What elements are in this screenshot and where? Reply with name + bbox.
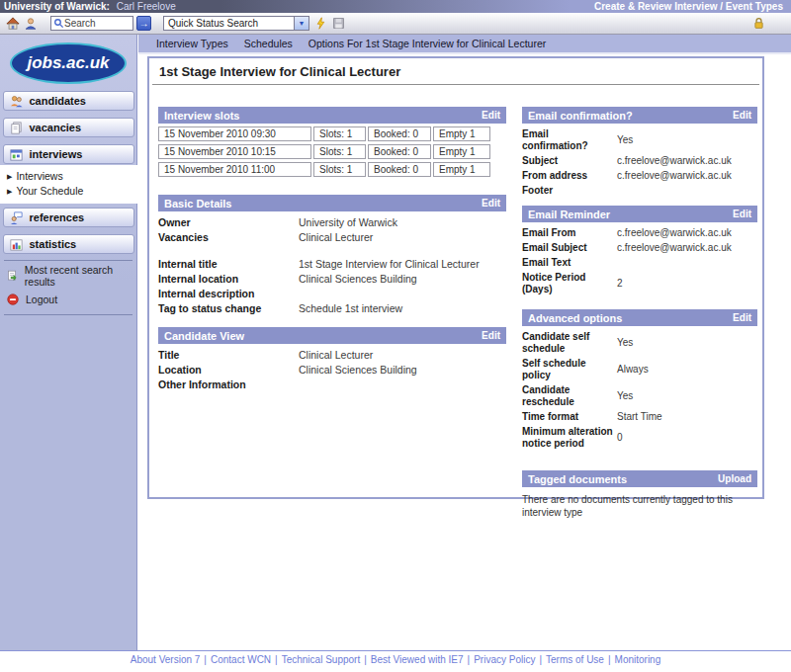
detail-row: Internal title1st Stage Interview for Cl… <box>158 258 506 270</box>
section-title: Tagged documents <box>528 473 627 485</box>
quick-status-search-select[interactable]: Quick Status Search ▼ <box>163 16 309 31</box>
lock-icon <box>751 16 766 31</box>
create-review-interview-link[interactable]: Create & Review Interview / Event Types <box>594 0 783 13</box>
section-title: Email Reminder <box>528 209 610 220</box>
section-advanced-options: Advanced options Edit Candidate self sch… <box>522 309 757 450</box>
sidebar-submenu: ▶ Interviews ▶ Your Schedule <box>0 165 137 204</box>
recent-search-icon <box>6 269 19 283</box>
detail-row: Footer <box>522 185 757 197</box>
triangle-right-icon: ▶ <box>7 184 12 199</box>
slot-datetime: 15 November 2010 09:30 <box>158 126 311 141</box>
footer-link-technical-support[interactable]: Technical Support <box>282 654 361 665</box>
subitem-label: Interviews <box>16 169 62 184</box>
section-tagged-documents: Tagged documents Upload There are no doc… <box>522 470 757 519</box>
slot-booked: Booked: 0 <box>368 126 431 141</box>
edit-email-reminder-link[interactable]: Edit <box>733 209 751 219</box>
section-email-reminder: Email Reminder Edit Email Fromc.freelove… <box>522 206 757 295</box>
content-panel: 1st Stage Interview for Clinical Lecture… <box>147 56 764 499</box>
section-title: Basic Details <box>164 198 231 210</box>
search-icon <box>53 18 64 29</box>
slot-count: Slots: 1 <box>313 144 366 159</box>
slot-count: Slots: 1 <box>313 162 366 177</box>
row-spacer <box>158 246 506 258</box>
logo-text: jobs.ac.uk <box>27 53 109 73</box>
footer-separator: | <box>608 654 611 665</box>
sidebar-item-label: references <box>30 211 85 223</box>
footer-link-privacy[interactable]: Privacy Policy <box>474 654 535 665</box>
sidebar-subitem-your-schedule[interactable]: ▶ Your Schedule <box>0 184 137 199</box>
detail-row: Internal description <box>158 288 506 299</box>
sidebar-link-label: Most recent search results <box>25 264 136 288</box>
section-email-confirmation: Email confirmation? Edit Email confirmat… <box>522 107 757 197</box>
documents-icon <box>9 121 24 135</box>
search-box[interactable] <box>50 16 133 31</box>
edit-basic-details-link[interactable]: Edit <box>482 198 500 209</box>
sidebar-divider <box>4 314 132 315</box>
slot-empty: Empty 1 <box>433 162 490 177</box>
footer-link-contact[interactable]: Contact WCN <box>211 654 271 665</box>
people-icon <box>9 94 24 109</box>
sidebar-item-logout[interactable]: Logout <box>0 290 136 308</box>
sidebar-item-label: vacancies <box>30 122 82 133</box>
sidebar: jobs.ac.uk candidates vacancies intervie… <box>0 35 137 650</box>
edit-interview-slots-link[interactable]: Edit <box>482 110 500 121</box>
sidebar-item-label: candidates <box>30 95 86 107</box>
detail-row: Email Subjectc.freelove@warwick.ac.uk <box>522 242 757 254</box>
tab-interview-types[interactable]: Interview Types <box>148 38 236 49</box>
slot-empty: Empty 1 <box>433 126 490 141</box>
sidebar-item-interviews[interactable]: interviews <box>3 144 134 164</box>
save-icon[interactable] <box>331 16 346 31</box>
lightning-icon[interactable] <box>313 16 328 31</box>
sidebar-item-references[interactable]: references <box>3 208 134 227</box>
section-basic-details: Basic Details Edit OwnerUniversity of Wa… <box>158 195 506 314</box>
detail-row: Notice Period (Days)2 <box>522 272 757 295</box>
slot-datetime: 15 November 2010 10:15 <box>158 144 311 159</box>
footer-divider <box>0 650 791 651</box>
sidebar-item-statistics[interactable]: statistics <box>3 234 134 254</box>
sidebar-item-label: statistics <box>30 238 77 250</box>
right-column: Email confirmation? Edit Email confirmat… <box>522 107 757 519</box>
sidebar-link-label: Logout <box>26 294 57 305</box>
slot-row: 15 November 2010 11:00 Slots: 1 Booked: … <box>158 162 490 177</box>
slot-booked: Booked: 0 <box>368 144 431 159</box>
edit-candidate-view-link[interactable]: Edit <box>482 330 500 341</box>
user-icon[interactable] <box>23 16 38 31</box>
section-title: Email confirmation? <box>528 110 633 122</box>
footer-link-about[interactable]: About Version 7 <box>131 654 201 665</box>
search-go-button[interactable]: → <box>136 16 151 31</box>
detail-row: Internal locationClinical Sciences Build… <box>158 273 506 285</box>
slot-booked: Booked: 0 <box>368 162 431 177</box>
toolbar: → Quick Status Search ▼ <box>0 13 791 35</box>
detail-row: Self schedule policyAlways <box>522 358 757 381</box>
detail-row: Email Text <box>522 257 757 269</box>
edit-email-confirmation-link[interactable]: Edit <box>733 110 751 121</box>
organisation-name: University of Warwick: <box>4 1 110 12</box>
footer-links: About Version 7|Contact WCN|Technical Su… <box>0 654 791 665</box>
home-icon[interactable] <box>5 16 20 31</box>
slot-count: Slots: 1 <box>313 126 366 141</box>
tab-options-for-interview[interactable]: Options For 1st Stage Interview for Clin… <box>301 38 554 49</box>
sidebar-subitem-interviews[interactable]: ▶ Interviews <box>0 169 137 184</box>
quick-status-search-value: Quick Status Search <box>168 18 258 29</box>
edit-advanced-options-link[interactable]: Edit <box>733 312 751 323</box>
sidebar-item-candidates[interactable]: candidates <box>3 91 134 111</box>
section-title: Interview slots <box>164 110 239 122</box>
detail-row: Tag to status changeSchedule 1st intervi… <box>158 302 506 314</box>
chevron-down-icon[interactable]: ▼ <box>294 17 308 30</box>
detail-row: TitleClinical Lecturer <box>158 349 506 361</box>
bar-chart-icon <box>9 237 24 252</box>
logout-icon <box>6 293 20 306</box>
upload-document-link[interactable]: Upload <box>718 473 751 484</box>
sidebar-item-recent-search-results[interactable]: Most recent search results <box>0 261 136 290</box>
sidebar-item-vacancies[interactable]: vacancies <box>3 118 134 137</box>
triangle-right-icon: ▶ <box>7 169 12 184</box>
jobs-ac-uk-logo[interactable]: jobs.ac.uk <box>10 42 127 84</box>
detail-row: Time formatStart Time <box>522 411 757 423</box>
search-input[interactable] <box>64 18 124 29</box>
footer-link-monitoring[interactable]: Monitoring <box>615 654 661 665</box>
footer-link-terms[interactable]: Terms of Use <box>546 654 604 665</box>
footer-link-best-viewed[interactable]: Best Viewed with IE7 <box>371 654 464 665</box>
tab-bar: Interview Types Schedules Options For 1s… <box>138 35 791 54</box>
tab-schedules[interactable]: Schedules <box>236 38 301 49</box>
page-title: 1st Stage Interview for Clinical Lecture… <box>159 64 750 79</box>
